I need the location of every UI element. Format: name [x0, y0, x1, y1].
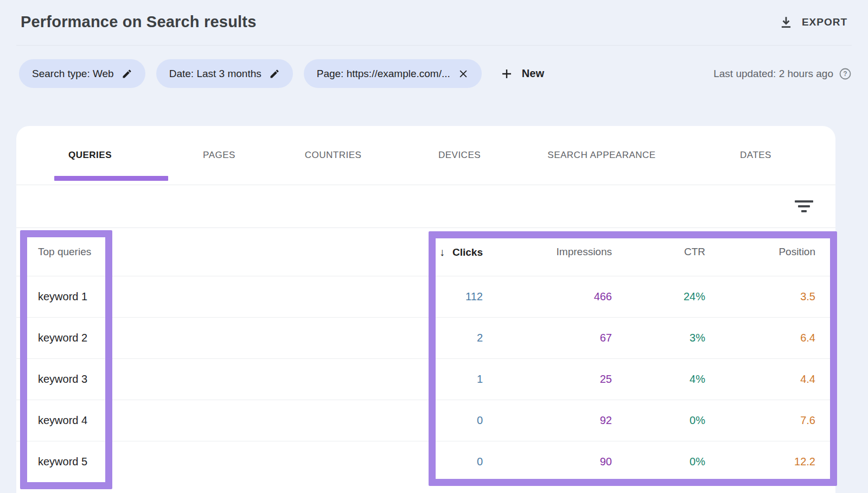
metric-headers: ↓Clicks Impressions CTR Position [396, 246, 835, 258]
position-cell: 6.4 [705, 332, 815, 344]
column-header-position[interactable]: Position [705, 246, 815, 258]
report-tabs: QUERIES PAGES COUNTRIES DEVICES SEARCH A… [16, 126, 835, 185]
position-cell: 4.4 [705, 373, 815, 385]
filter-chip-page[interactable]: Page: https://example.com/... [304, 59, 482, 88]
filters-bar: Search type: Web Date: Last 3 months Pag… [0, 46, 868, 88]
help-icon[interactable]: ? [839, 67, 852, 80]
report-card: QUERIES PAGES COUNTRIES DEVICES SEARCH A… [16, 126, 835, 493]
chip-label: Date: Last 3 months [169, 68, 261, 80]
clicks-cell: 1 [396, 373, 483, 385]
ctr-cell: 3% [612, 332, 705, 344]
query-cell[interactable]: keyword 3 [16, 373, 222, 385]
impressions-cell: 466 [483, 290, 612, 303]
sort-desc-icon: ↓ [439, 246, 445, 258]
new-label: New [522, 67, 544, 80]
edit-icon [122, 68, 132, 79]
download-icon [779, 15, 793, 29]
ctr-cell: 24% [612, 290, 705, 303]
impressions-cell: 67 [483, 332, 612, 344]
table-header-row: Top queries ↓Clicks Impressions CTR Posi… [16, 228, 835, 276]
impressions-cell: 92 [483, 414, 612, 427]
chip-label: Search type: Web [32, 68, 114, 80]
position-cell: 7.6 [705, 414, 815, 427]
query-cell[interactable]: keyword 1 [16, 290, 222, 303]
ctr-cell: 0% [612, 414, 705, 427]
clicks-cell: 112 [396, 290, 483, 303]
tab-countries[interactable]: COUNTRIES [275, 126, 392, 185]
column-header-impressions[interactable]: Impressions [483, 246, 612, 258]
clicks-cell: 2 [396, 332, 483, 344]
query-cell[interactable]: keyword 4 [16, 414, 222, 427]
position-cell: 12.2 [705, 456, 815, 468]
new-filter-button[interactable]: New [500, 67, 544, 80]
chip-label: Page: https://example.com/... [317, 68, 450, 80]
table-row[interactable]: keyword 1 112 466 24% 3.5 [16, 276, 835, 317]
table-row[interactable]: keyword 3 1 25 4% 4.4 [16, 358, 835, 400]
column-header-clicks[interactable]: ↓Clicks [396, 246, 483, 258]
column-header-top-queries[interactable]: Top queries [16, 246, 222, 258]
table-row[interactable]: keyword 4 0 92 0% 7.6 [16, 400, 835, 441]
filter-chip-date[interactable]: Date: Last 3 months [156, 59, 293, 88]
edit-icon [269, 68, 280, 79]
last-updated-text: Last updated: 2 hours ago [713, 68, 833, 80]
table-toolbar [16, 185, 835, 228]
active-tab-indicator [54, 176, 168, 181]
filter-chip-search-type[interactable]: Search type: Web [19, 59, 145, 88]
table-row[interactable]: keyword 5 0 90 0% 12.2 [16, 441, 835, 482]
impressions-cell: 90 [483, 456, 612, 468]
page-title: Performance on Search results [21, 13, 257, 31]
svg-text:?: ? [843, 70, 847, 78]
clicks-cell: 0 [396, 456, 483, 468]
tab-pages[interactable]: PAGES [164, 126, 275, 185]
impressions-cell: 25 [483, 373, 612, 385]
tab-search-appearance[interactable]: SEARCH APPEARANCE [527, 126, 676, 185]
filter-rows-icon[interactable] [792, 197, 816, 216]
query-cell[interactable]: keyword 5 [16, 456, 222, 468]
export-label: EXPORT [802, 16, 847, 28]
ctr-cell: 4% [612, 373, 705, 385]
clicks-cell: 0 [396, 414, 483, 427]
position-cell: 3.5 [705, 290, 815, 303]
page-header: Performance on Search results EXPORT [0, 0, 868, 45]
table-row[interactable]: keyword 2 2 67 3% 6.4 [16, 317, 835, 358]
last-updated: Last updated: 2 hours ago ? [713, 67, 852, 80]
query-cell[interactable]: keyword 2 [16, 332, 222, 344]
column-header-ctr[interactable]: CTR [612, 246, 705, 258]
close-icon[interactable] [458, 68, 469, 79]
tab-devices[interactable]: DEVICES [392, 126, 527, 185]
tab-dates[interactable]: DATES [676, 126, 835, 185]
export-button[interactable]: EXPORT [779, 15, 847, 29]
plus-icon [500, 67, 513, 80]
ctr-cell: 0% [612, 456, 705, 468]
